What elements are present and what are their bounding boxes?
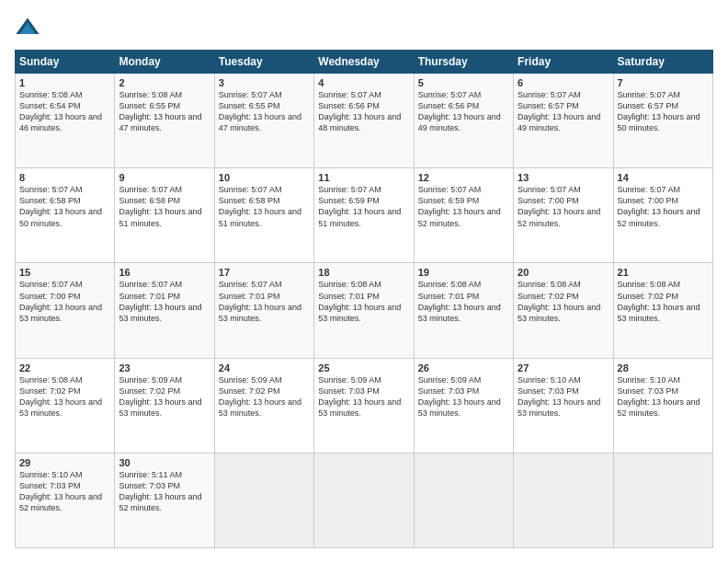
- calendar-cell: 12Sunrise: 5:07 AM Sunset: 6:59 PM Dayli…: [414, 168, 513, 263]
- cell-content: Sunrise: 5:09 AM Sunset: 7:03 PM Dayligh…: [318, 374, 409, 419]
- calendar-cell: 1Sunrise: 5:08 AM Sunset: 6:54 PM Daylig…: [16, 74, 115, 168]
- calendar-cell: 14Sunrise: 5:07 AM Sunset: 7:00 PM Dayli…: [613, 168, 712, 263]
- calendar-cell: 2Sunrise: 5:08 AM Sunset: 6:55 PM Daylig…: [115, 74, 214, 168]
- calendar-cell: 21Sunrise: 5:08 AM Sunset: 7:02 PM Dayli…: [613, 263, 712, 358]
- day-number: 10: [219, 172, 310, 183]
- calendar-cell: 23Sunrise: 5:09 AM Sunset: 7:02 PM Dayli…: [115, 358, 214, 453]
- day-number: 4: [318, 77, 409, 88]
- cell-content: Sunrise: 5:07 AM Sunset: 6:58 PM Dayligh…: [19, 184, 110, 229]
- day-number: 25: [318, 362, 409, 373]
- calendar-cell: 7Sunrise: 5:07 AM Sunset: 6:57 PM Daylig…: [613, 74, 712, 168]
- cell-content: Sunrise: 5:08 AM Sunset: 7:02 PM Dayligh…: [518, 279, 609, 324]
- day-number: 26: [418, 362, 509, 373]
- weekday-header-tuesday: Tuesday: [214, 51, 313, 74]
- weekday-header-saturday: Saturday: [613, 51, 712, 74]
- day-number: 24: [219, 362, 310, 373]
- calendar-cell: 22Sunrise: 5:08 AM Sunset: 7:02 PM Dayli…: [16, 358, 115, 453]
- calendar-cell: 26Sunrise: 5:09 AM Sunset: 7:03 PM Dayli…: [414, 358, 513, 453]
- cell-content: Sunrise: 5:07 AM Sunset: 6:58 PM Dayligh…: [219, 184, 310, 229]
- calendar-cell: 4Sunrise: 5:07 AM Sunset: 6:56 PM Daylig…: [314, 74, 414, 168]
- cell-content: Sunrise: 5:09 AM Sunset: 7:02 PM Dayligh…: [119, 374, 210, 419]
- calendar-cell: 6Sunrise: 5:07 AM Sunset: 6:57 PM Daylig…: [514, 74, 613, 168]
- calendar-cell: [514, 453, 613, 547]
- cell-content: Sunrise: 5:08 AM Sunset: 7:01 PM Dayligh…: [318, 279, 409, 324]
- weekday-header-row: SundayMondayTuesdayWednesdayThursdayFrid…: [16, 51, 713, 74]
- cell-content: Sunrise: 5:09 AM Sunset: 7:03 PM Dayligh…: [418, 374, 509, 419]
- day-number: 21: [618, 267, 709, 278]
- cell-content: Sunrise: 5:10 AM Sunset: 7:03 PM Dayligh…: [518, 374, 609, 419]
- calendar-cell: 13Sunrise: 5:07 AM Sunset: 7:00 PM Dayli…: [514, 168, 613, 263]
- calendar-cell: 16Sunrise: 5:07 AM Sunset: 7:01 PM Dayli…: [115, 263, 214, 358]
- day-number: 20: [518, 267, 609, 278]
- weekday-header-monday: Monday: [115, 51, 214, 74]
- weekday-header-thursday: Thursday: [414, 51, 513, 74]
- day-number: 16: [119, 267, 210, 278]
- calendar-cell: 8Sunrise: 5:07 AM Sunset: 6:58 PM Daylig…: [16, 168, 115, 263]
- day-number: 13: [518, 172, 609, 183]
- cell-content: Sunrise: 5:07 AM Sunset: 7:00 PM Dayligh…: [19, 279, 110, 324]
- logo: [15, 15, 44, 40]
- cell-content: Sunrise: 5:10 AM Sunset: 7:03 PM Dayligh…: [19, 469, 110, 514]
- cell-content: Sunrise: 5:07 AM Sunset: 6:59 PM Dayligh…: [318, 184, 409, 229]
- logo-icon: [15, 15, 40, 40]
- day-number: 11: [318, 172, 409, 183]
- calendar-cell: 27Sunrise: 5:10 AM Sunset: 7:03 PM Dayli…: [514, 358, 613, 453]
- day-number: 2: [119, 77, 210, 88]
- day-number: 22: [19, 362, 110, 373]
- week-row-1: 8Sunrise: 5:07 AM Sunset: 6:58 PM Daylig…: [16, 168, 713, 263]
- day-number: 1: [19, 77, 110, 88]
- week-row-0: 1Sunrise: 5:08 AM Sunset: 6:54 PM Daylig…: [16, 74, 713, 168]
- cell-content: Sunrise: 5:10 AM Sunset: 7:03 PM Dayligh…: [618, 374, 709, 419]
- calendar-cell: 9Sunrise: 5:07 AM Sunset: 6:58 PM Daylig…: [115, 168, 214, 263]
- calendar-cell: [613, 453, 712, 547]
- cell-content: Sunrise: 5:07 AM Sunset: 6:57 PM Dayligh…: [518, 89, 609, 134]
- calendar-cell: 15Sunrise: 5:07 AM Sunset: 7:00 PM Dayli…: [16, 263, 115, 358]
- day-number: 28: [618, 362, 709, 373]
- calendar-cell: 18Sunrise: 5:08 AM Sunset: 7:01 PM Dayli…: [314, 263, 414, 358]
- day-number: 7: [618, 77, 709, 88]
- calendar-cell: [314, 453, 414, 547]
- calendar-cell: 5Sunrise: 5:07 AM Sunset: 6:56 PM Daylig…: [414, 74, 513, 168]
- calendar-cell: 25Sunrise: 5:09 AM Sunset: 7:03 PM Dayli…: [314, 358, 414, 453]
- cell-content: Sunrise: 5:07 AM Sunset: 6:59 PM Dayligh…: [418, 184, 509, 229]
- day-number: 19: [418, 267, 509, 278]
- calendar: SundayMondayTuesdayWednesdayThursdayFrid…: [15, 50, 713, 548]
- header: [15, 15, 713, 40]
- calendar-cell: 24Sunrise: 5:09 AM Sunset: 7:02 PM Dayli…: [214, 358, 313, 453]
- cell-content: Sunrise: 5:07 AM Sunset: 6:55 PM Dayligh…: [219, 89, 310, 134]
- cell-content: Sunrise: 5:09 AM Sunset: 7:02 PM Dayligh…: [219, 374, 310, 419]
- cell-content: Sunrise: 5:07 AM Sunset: 6:56 PM Dayligh…: [318, 89, 409, 134]
- day-number: 12: [418, 172, 509, 183]
- cell-content: Sunrise: 5:08 AM Sunset: 6:54 PM Dayligh…: [19, 89, 110, 134]
- day-number: 30: [119, 457, 210, 468]
- calendar-cell: 3Sunrise: 5:07 AM Sunset: 6:55 PM Daylig…: [214, 74, 313, 168]
- cell-content: Sunrise: 5:11 AM Sunset: 7:03 PM Dayligh…: [119, 469, 210, 514]
- calendar-cell: [414, 453, 513, 547]
- day-number: 8: [19, 172, 110, 183]
- week-row-2: 15Sunrise: 5:07 AM Sunset: 7:00 PM Dayli…: [16, 263, 713, 358]
- day-number: 27: [518, 362, 609, 373]
- day-number: 18: [318, 267, 409, 278]
- day-number: 9: [119, 172, 210, 183]
- calendar-cell: 28Sunrise: 5:10 AM Sunset: 7:03 PM Dayli…: [613, 358, 712, 453]
- day-number: 17: [219, 267, 310, 278]
- page: SundayMondayTuesdayWednesdayThursdayFrid…: [0, 0, 728, 563]
- calendar-cell: 30Sunrise: 5:11 AM Sunset: 7:03 PM Dayli…: [115, 453, 214, 547]
- week-row-3: 22Sunrise: 5:08 AM Sunset: 7:02 PM Dayli…: [16, 358, 713, 453]
- calendar-cell: 29Sunrise: 5:10 AM Sunset: 7:03 PM Dayli…: [16, 453, 115, 547]
- day-number: 29: [19, 457, 110, 468]
- cell-content: Sunrise: 5:07 AM Sunset: 7:00 PM Dayligh…: [518, 184, 609, 229]
- cell-content: Sunrise: 5:08 AM Sunset: 7:02 PM Dayligh…: [19, 374, 110, 419]
- cell-content: Sunrise: 5:07 AM Sunset: 6:56 PM Dayligh…: [418, 89, 509, 134]
- cell-content: Sunrise: 5:07 AM Sunset: 7:01 PM Dayligh…: [219, 279, 310, 324]
- day-number: 6: [518, 77, 609, 88]
- cell-content: Sunrise: 5:07 AM Sunset: 6:58 PM Dayligh…: [119, 184, 210, 229]
- calendar-cell: 11Sunrise: 5:07 AM Sunset: 6:59 PM Dayli…: [314, 168, 414, 263]
- day-number: 5: [418, 77, 509, 88]
- weekday-header-sunday: Sunday: [16, 51, 115, 74]
- day-number: 14: [618, 172, 709, 183]
- calendar-cell: 17Sunrise: 5:07 AM Sunset: 7:01 PM Dayli…: [214, 263, 313, 358]
- weekday-header-friday: Friday: [514, 51, 613, 74]
- day-number: 23: [119, 362, 210, 373]
- calendar-cell: 19Sunrise: 5:08 AM Sunset: 7:01 PM Dayli…: [414, 263, 513, 358]
